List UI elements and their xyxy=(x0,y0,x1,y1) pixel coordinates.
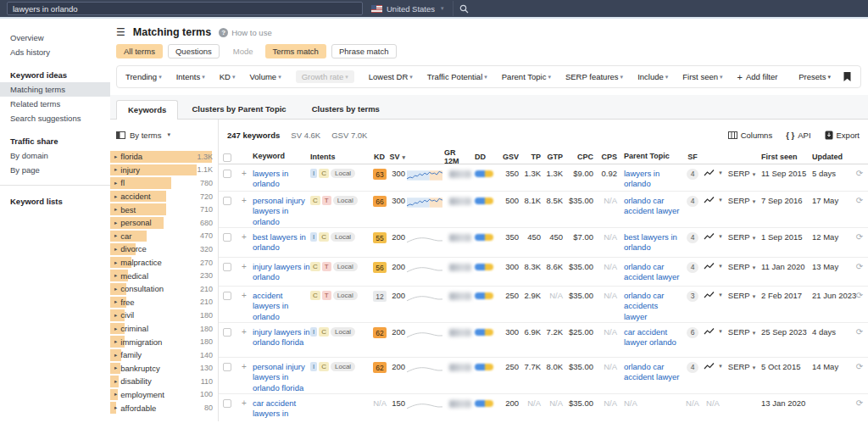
term-row-family[interactable]: ▸family140 xyxy=(110,348,218,362)
api-button[interactable]: { } API xyxy=(786,131,810,140)
expand-arrow-icon[interactable]: ▸ xyxy=(114,220,117,226)
term-row-immigration[interactable]: ▸immigration180 xyxy=(110,335,218,348)
expand-arrow-icon[interactable]: ▸ xyxy=(114,378,117,385)
sidebar-item-ads-history[interactable]: Ads history xyxy=(0,45,110,59)
sidebar-item-by-domain[interactable]: By domain xyxy=(0,148,110,163)
expand-arrow-icon[interactable]: ▸ xyxy=(114,326,117,332)
refresh-button[interactable]: ⟳ xyxy=(851,362,868,371)
keyword-search-input[interactable] xyxy=(7,2,363,15)
term-row-personal[interactable]: ▸personal680 xyxy=(110,216,218,230)
select-all-checkbox[interactable] xyxy=(223,153,231,162)
col-header-updated[interactable]: Updated xyxy=(810,153,851,161)
keyword-link[interactable]: injury lawyers in orlando xyxy=(253,262,310,281)
tab-all-terms[interactable]: All terms xyxy=(116,44,163,58)
serp-dropdown-button[interactable]: SERP▾ xyxy=(728,327,755,337)
keyword-link[interactable]: injury lawyers in orlando florida xyxy=(253,327,310,347)
row-checkbox[interactable] xyxy=(223,399,231,408)
parent-topic-link[interactable]: orlando car accident lawyer xyxy=(624,262,679,281)
term-row-car[interactable]: ▸car470 xyxy=(110,230,218,243)
search-button[interactable] xyxy=(453,1,475,16)
sidebar-item-search-suggestions[interactable]: Search suggestions xyxy=(0,111,110,125)
add-filter-button[interactable]: + Add filter xyxy=(737,72,778,82)
position-history-button[interactable]: ▾ xyxy=(704,196,722,204)
country-selector[interactable]: United States ▾ xyxy=(363,1,453,16)
parent-topic-link[interactable]: orlando car accidents lawyer xyxy=(624,291,665,321)
add-to-list-button[interactable]: + xyxy=(236,327,253,337)
term-row-injury[interactable]: ▸injury1.1K xyxy=(110,164,218,177)
tab-terms-match[interactable]: Terms match xyxy=(265,44,326,58)
filter-lowest-dr[interactable]: Lowest DR▾ xyxy=(369,72,413,81)
expand-arrow-icon[interactable]: ▸ xyxy=(114,206,117,213)
bookmark-icon[interactable] xyxy=(843,71,852,82)
tab-questions[interactable]: Questions xyxy=(168,44,220,58)
term-row-free[interactable]: ▸free210 xyxy=(110,296,218,309)
col-header-intents[interactable]: Intents xyxy=(310,153,366,161)
expand-arrow-icon[interactable]: ▸ xyxy=(114,312,117,319)
by-terms-dropdown[interactable]: By terms ▾ xyxy=(110,120,218,150)
term-row-malpractice[interactable]: ▸malpractice270 xyxy=(110,256,218,270)
expand-arrow-icon[interactable]: ▸ xyxy=(114,153,117,160)
col-header-gr12m[interactable]: GR 12M xyxy=(444,148,473,165)
presets-dropdown[interactable]: Presets ▾ xyxy=(798,72,831,81)
serp-dropdown-button[interactable]: SERP▾ xyxy=(728,291,755,300)
position-history-button[interactable]: ▾ xyxy=(704,262,722,270)
add-to-list-button[interactable]: + xyxy=(236,232,253,242)
add-to-list-button[interactable]: + xyxy=(236,169,253,178)
col-header-gtp[interactable]: GTP xyxy=(541,153,563,161)
add-to-list-button[interactable]: + xyxy=(236,196,253,205)
term-row-consultation[interactable]: ▸consultation210 xyxy=(110,282,218,296)
keyword-link[interactable]: car accident lawyers in orlando xyxy=(253,398,296,421)
filter-first-seen[interactable]: First seen▾ xyxy=(682,72,722,81)
position-history-button[interactable]: ▾ xyxy=(704,169,722,177)
expand-arrow-icon[interactable]: ▸ xyxy=(114,272,117,279)
serp-dropdown-button[interactable]: SERP▾ xyxy=(728,232,755,242)
serp-dropdown-button[interactable]: SERP▾ xyxy=(728,362,755,371)
keyword-link[interactable]: lawyers in orlando xyxy=(253,169,288,188)
keyword-link[interactable]: accident lawyers in orlando xyxy=(253,291,288,321)
term-row-florida[interactable]: ▸florida1.3K xyxy=(110,150,218,164)
term-row-criminal[interactable]: ▸criminal180 xyxy=(110,322,218,336)
refresh-button[interactable]: ⟳ xyxy=(851,232,868,242)
term-row-affordable[interactable]: ▸affordable80 xyxy=(110,401,218,415)
term-row-divorce[interactable]: ▸divorce320 xyxy=(110,242,218,256)
expand-arrow-icon[interactable]: ▸ xyxy=(114,365,117,371)
sidebar-item-by-page[interactable]: By page xyxy=(0,163,110,177)
position-history-button[interactable]: ▾ xyxy=(704,291,722,299)
add-to-list-button[interactable]: + xyxy=(236,362,253,371)
row-checkbox[interactable] xyxy=(223,328,231,337)
keyword-link[interactable]: personal injury lawyers in orlando xyxy=(253,196,305,226)
serp-dropdown-button[interactable]: SERP▾ xyxy=(728,196,755,205)
filter-volume[interactable]: Volume▾ xyxy=(249,72,281,81)
col-header-kd[interactable]: KD xyxy=(366,153,387,161)
sidebar-item-matching-terms[interactable]: Matching terms xyxy=(0,82,110,97)
col-header-tp[interactable]: TP xyxy=(519,153,541,161)
expand-arrow-icon[interactable]: ▸ xyxy=(114,352,117,359)
term-row-accident[interactable]: ▸accident720 xyxy=(110,190,218,203)
tab-keywords[interactable]: Keywords xyxy=(116,100,178,120)
row-checkbox[interactable] xyxy=(223,263,231,271)
add-to-list-button[interactable]: + xyxy=(236,398,253,408)
refresh-button[interactable]: ⟳ xyxy=(851,169,868,178)
expand-arrow-icon[interactable]: ▸ xyxy=(114,166,117,173)
term-row-employment[interactable]: ▸employment100 xyxy=(110,388,218,402)
row-checkbox[interactable] xyxy=(223,363,231,371)
parent-topic-link[interactable]: car accident lawyer orlando xyxy=(624,327,676,347)
col-header-sf[interactable]: SF xyxy=(683,153,702,161)
position-history-button[interactable]: ▾ xyxy=(704,232,722,241)
col-header-sv[interactable]: SV▾ xyxy=(387,153,407,161)
add-to-list-button[interactable]: + xyxy=(236,291,253,300)
parent-topic-link[interactable]: orlando car accident lawyer xyxy=(624,362,679,381)
term-row-best[interactable]: ▸best710 xyxy=(110,203,218,216)
export-button[interactable]: Export xyxy=(825,131,860,140)
tab-clusters-by-parent-topic[interactable]: Clusters by Parent Topic xyxy=(180,99,298,119)
tab-phrase-match[interactable]: Phrase match xyxy=(331,44,397,58)
col-header-gsv[interactable]: GSV xyxy=(497,153,519,161)
col-header-keyword[interactable]: Keyword xyxy=(253,152,310,162)
expand-arrow-icon[interactable]: ▸ xyxy=(114,180,117,186)
expand-arrow-icon[interactable]: ▸ xyxy=(114,391,117,398)
term-row-civil[interactable]: ▸civil180 xyxy=(110,309,218,322)
col-header-cps[interactable]: CPS xyxy=(593,153,617,161)
filter-include[interactable]: Include▾ xyxy=(637,72,668,81)
parent-topic-link[interactable]: lawyers in orlando xyxy=(624,169,659,188)
expand-arrow-icon[interactable]: ▸ xyxy=(114,193,117,200)
